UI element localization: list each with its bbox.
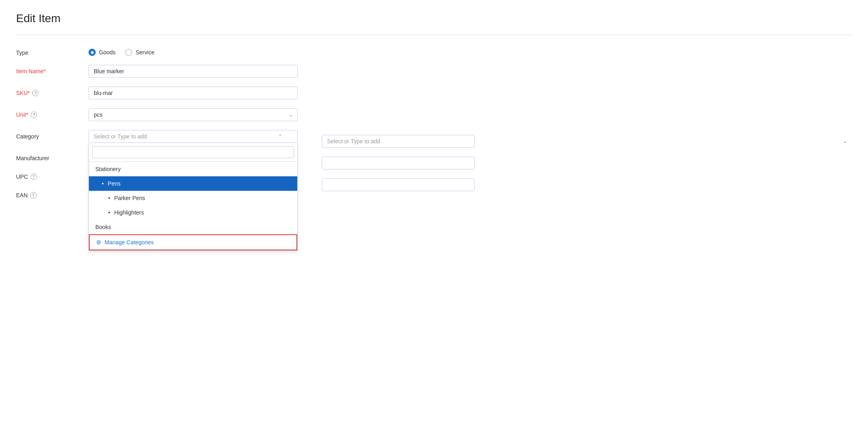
upc-help-icon[interactable]: ? xyxy=(31,173,37,180)
goods-radio-circle xyxy=(88,49,96,56)
upc-label: UPC ? xyxy=(16,170,88,180)
item-name-label: Item Name* xyxy=(16,65,88,74)
upc-right-field xyxy=(322,157,852,169)
page-container: Edit Item Type Goods Service xyxy=(0,0,868,446)
category-item-highlighters[interactable]: • Highlighters xyxy=(89,205,297,220)
category-item-books[interactable]: Books xyxy=(89,220,297,234)
manage-categories-button[interactable]: ⚙ Manage Categories xyxy=(89,234,297,250)
sku-row: SKU* ? xyxy=(16,87,298,99)
dropdown-search-container xyxy=(89,143,297,162)
unit-select[interactable]: pcs kg ltr box xyxy=(88,108,298,121)
category-control: Select or Type to add ⌃ Stationery • Pen… xyxy=(88,130,298,143)
type-row: Type Goods Service xyxy=(16,46,298,56)
category-row: Category Select or Type to add ⌃ Station… xyxy=(16,130,298,143)
ean-help-icon[interactable]: ? xyxy=(30,192,37,198)
parker-bullet: • xyxy=(108,195,110,201)
category-search-input[interactable] xyxy=(92,146,294,158)
ean-label: EAN ? xyxy=(16,189,88,198)
service-radio-label: Service xyxy=(136,49,154,56)
category-trigger-text: Select or Type to add xyxy=(94,133,147,140)
manage-categories-label: Manage Categories xyxy=(105,239,154,246)
form-right: Select or Type to add ⌄ xyxy=(322,46,852,207)
form-layout: Type Goods Service Item Name* xyxy=(16,46,852,207)
unit-control: pcs kg ltr box ⌄ xyxy=(88,108,298,121)
type-radios: Goods Service xyxy=(88,46,298,56)
category-chevron-up-icon: ⌃ xyxy=(278,133,283,140)
item-name-row: Item Name* xyxy=(16,65,298,78)
ean-right-field xyxy=(322,178,852,191)
sku-control xyxy=(88,87,298,99)
manufacturer-label: Manufacturer xyxy=(16,152,88,161)
manufacturer-right-field: Select or Type to add ⌄ xyxy=(322,135,852,148)
item-name-input[interactable] xyxy=(88,65,298,78)
category-label: Category xyxy=(16,130,88,140)
manufacturer-chevron-icon: ⌄ xyxy=(843,138,847,144)
type-label: Type xyxy=(16,46,88,56)
pens-bullet: • xyxy=(102,180,104,187)
service-radio-option[interactable]: Service xyxy=(125,49,154,56)
gear-icon: ⚙ xyxy=(96,239,101,246)
upc-right-input[interactable] xyxy=(322,157,475,169)
category-item-pens[interactable]: • Pens xyxy=(89,176,297,191)
ean-right-input[interactable] xyxy=(322,178,475,191)
category-item-stationery[interactable]: Stationery xyxy=(89,162,297,176)
divider xyxy=(16,35,852,35)
category-dropdown-panel: Stationery • Pens • Parker Pens • Highli… xyxy=(88,143,298,251)
category-item-parker[interactable]: • Parker Pens xyxy=(89,191,297,205)
sku-input[interactable] xyxy=(88,87,298,99)
category-dropdown-list: Stationery • Pens • Parker Pens • Highli… xyxy=(89,162,297,234)
highlighters-bullet: • xyxy=(108,209,110,216)
manufacturer-right-select-wrapper: Select or Type to add ⌄ xyxy=(322,135,852,148)
service-radio-circle xyxy=(125,49,132,56)
sku-help-icon[interactable]: ? xyxy=(32,90,39,96)
goods-radio-option[interactable]: Goods xyxy=(88,49,115,56)
sku-label: SKU* ? xyxy=(16,87,88,96)
manufacturer-right-select[interactable]: Select or Type to add xyxy=(322,135,475,148)
unit-row: Unit* ? pcs kg ltr box ⌄ xyxy=(16,108,298,121)
goods-radio-label: Goods xyxy=(99,49,115,56)
category-trigger[interactable]: Select or Type to add ⌃ xyxy=(88,130,298,143)
item-name-control xyxy=(88,65,298,78)
unit-label: Unit* ? xyxy=(16,108,88,118)
form-left: Type Goods Service Item Name* xyxy=(16,46,298,207)
unit-help-icon[interactable]: ? xyxy=(31,112,37,118)
page-title: Edit Item xyxy=(16,12,852,25)
